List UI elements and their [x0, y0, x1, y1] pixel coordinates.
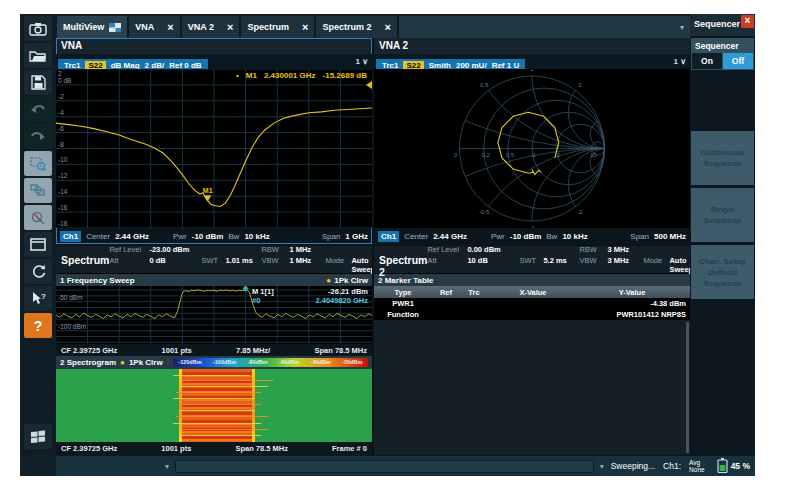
frequency-sweep-titlebar[interactable]: 1 Frequency Sweep ●1Pk Clrw [56, 274, 372, 286]
marker-name: #0 [252, 296, 260, 305]
frame-value[interactable]: Frame # 0 [332, 444, 367, 453]
preset-refresh-icon[interactable] [24, 259, 52, 284]
close-tab-icon[interactable]: × [227, 21, 233, 33]
window-selector-dropdown[interactable]: 1 ∨ [355, 57, 368, 66]
channel-chip[interactable]: Ch1 [378, 231, 399, 242]
colorbar-label: -100dBm [213, 359, 236, 365]
marker-value: 2.4049820 GHz [315, 296, 368, 305]
help-icon[interactable]: ? [24, 313, 52, 338]
close-menu-icon[interactable]: × [741, 15, 754, 28]
span-value[interactable]: Span 78.5 MHz [314, 346, 367, 355]
svg-text:0: 0 [454, 152, 458, 158]
tab-label: MultiView [63, 22, 104, 32]
tab-spectrum[interactable]: Spectrum× [241, 16, 314, 38]
rbw-value[interactable]: 1 MHz [289, 246, 325, 254]
chevron-down-icon[interactable]: ▾ [597, 462, 607, 471]
zoom-off-icon[interactable] [24, 205, 52, 230]
vna-plot[interactable]: 20 dB-2-4-6-8-10-12-14-16-18M1 • M1 2.43… [56, 69, 372, 228]
help-pointer-icon[interactable]: ? [24, 286, 52, 311]
swt-value[interactable]: 1.01 ms [225, 256, 261, 274]
span-label: Span [630, 232, 649, 241]
scale-per-div: 7.85 MHz/ [236, 346, 270, 355]
channel-chip[interactable]: Ch1 [60, 231, 81, 242]
ref-level-value[interactable]: -23.00 dBm [149, 246, 201, 254]
zoom-area-icon[interactable] [24, 151, 52, 176]
tab-multiview[interactable]: MultiView [57, 16, 127, 38]
single-sequence-button[interactable]: Single Sequence [691, 188, 754, 242]
chan-setup-defined-sequence-button[interactable]: Chan. Setup Defined Sequence [691, 245, 754, 299]
vbw-value[interactable]: 1 MHz [289, 256, 325, 274]
rbw-value[interactable]: 3 MHz [607, 246, 643, 254]
swt-value[interactable]: 5.2 ms [543, 256, 579, 274]
screenshot-camera-icon[interactable] [24, 16, 52, 41]
battery-percent: 45 % [731, 461, 750, 471]
marker-name: M1 [246, 71, 257, 80]
center-value[interactable]: 2.44 GHz [433, 232, 467, 241]
scrollbar[interactable] [686, 322, 689, 453]
center-value[interactable]: 2.44 GHz [115, 232, 149, 241]
svg-text:M1: M1 [203, 187, 213, 194]
spectrum-plot[interactable]: -50 dBm-100 dBm M 1[1]-26.21 dBm #02.404… [56, 286, 372, 344]
continuous-sequence-button[interactable]: Continuous Sequence [691, 131, 754, 185]
tab-label: VNA 2 [188, 22, 214, 32]
spectrum2-window[interactable]: Spectrum 2 Ref Level0.00 dBm RBW3 MHz At… [374, 246, 690, 456]
tab-spectrum2[interactable]: Spectrum 2× [316, 16, 396, 38]
zoom-multiple-icon[interactable] [24, 178, 52, 203]
mode-label: Mode [325, 256, 351, 274]
undo-icon[interactable] [24, 97, 52, 122]
save-icon[interactable] [24, 70, 52, 95]
sequencer-group-label: Sequencer [691, 38, 754, 53]
vbw-value[interactable]: 3 MHz [607, 256, 643, 274]
vna-window[interactable]: VNA Trc1 S22 dB Mag 2 dB/ Ref 0 dB 1 ∨ 2… [56, 38, 372, 244]
pwr-value[interactable]: -10 dBm [510, 232, 542, 241]
display-window-icon[interactable] [24, 232, 52, 257]
sequencer-on-button[interactable]: On [692, 53, 722, 69]
close-tab-icon[interactable]: × [302, 21, 308, 33]
tab-vna[interactable]: VNA× [129, 16, 179, 38]
spectrogram-streak [176, 392, 261, 393]
status-message-area[interactable] [175, 460, 594, 473]
chevron-down-icon[interactable]: ▾ [162, 462, 172, 471]
mode-value[interactable]: Auto Sweep [669, 256, 690, 274]
chevron-down-icon[interactable]: ▾ [680, 23, 684, 32]
swt-label: SWT [201, 256, 225, 274]
spectrogram-streak [173, 375, 249, 376]
spectrogram-display[interactable] [56, 369, 372, 442]
windows-start-icon[interactable] [24, 424, 52, 449]
ref-level-value[interactable]: 0.00 dBm [467, 246, 519, 254]
span-value[interactable]: Span 78.5 MHz [235, 444, 288, 453]
svg-text:-10: -10 [58, 156, 68, 163]
att-value[interactable]: 10 dB [467, 256, 519, 274]
cf-value[interactable]: CF 2.39725 GHz [61, 444, 117, 453]
pwr-value[interactable]: -10 dBm [192, 232, 224, 241]
bw-value[interactable]: 10 kHz [562, 232, 587, 241]
mode-value[interactable]: Auto Sweep [351, 256, 372, 274]
vna2-smith-plot[interactable]: 00.20.512100.512-0.5-1-2 [374, 69, 690, 228]
svg-text:-2: -2 [577, 209, 583, 215]
svg-text:1: 1 [530, 69, 534, 72]
swt-label: SWT [519, 256, 543, 274]
smith-chart: 00.20.512100.512-0.5-1-2 [374, 69, 690, 228]
table-row[interactable]: PWR1 -4.38 dBm [374, 298, 690, 309]
tab-vna2[interactable]: VNA 2× [182, 16, 240, 38]
spectrogram-titlebar[interactable]: 2 Spectrogram ● 1Pk Clrw -120dBm -100dBm… [56, 356, 372, 369]
vna2-window[interactable]: VNA 2 Trc1 S22 Smith 200 mU/ Ref 1 U 1 ∨… [374, 38, 690, 244]
close-tab-icon[interactable]: × [384, 21, 390, 33]
close-tab-icon[interactable]: × [167, 21, 173, 33]
table-row[interactable]: Function PWR101412 NRP8S [374, 309, 690, 320]
att-value[interactable]: 0 dB [149, 256, 201, 274]
cell-type: PWR1 [374, 299, 432, 308]
window-selector-dropdown[interactable]: 1 ∨ [673, 57, 686, 66]
spectrum-window[interactable]: Spectrum Ref Level-23.00 dBm RBW1 MHz At… [56, 246, 372, 456]
bw-value[interactable]: 10 kHz [244, 232, 269, 241]
open-folder-icon[interactable] [24, 43, 52, 68]
points-value: 1001 pts [162, 346, 192, 355]
span-value[interactable]: 500 MHz [654, 232, 686, 241]
sequencer-off-button[interactable]: Off [723, 53, 753, 69]
marker-table-titlebar[interactable]: 2 Marker Table [374, 274, 690, 286]
cf-value[interactable]: CF 2.39725 GHz [61, 346, 117, 355]
span-value[interactable]: 1 GHz [345, 232, 368, 241]
redo-icon[interactable] [24, 124, 52, 149]
spectrum-settings: Ref Level-23.00 dBm RBW1 MHz Att0 dB SWT… [109, 246, 372, 273]
tab-overflow-area[interactable]: ▾ [399, 16, 690, 38]
